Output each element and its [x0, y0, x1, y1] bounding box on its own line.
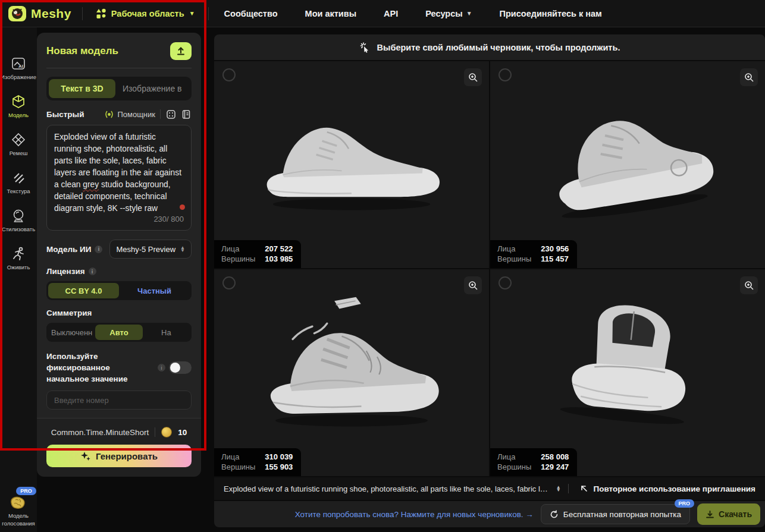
sidebar-item-label: Модель — [8, 112, 29, 119]
stylize-globe-icon — [11, 208, 26, 223]
ai-model-label: Модель ИИ — [46, 245, 91, 254]
reuse-prompt-button[interactable]: Повторное использование приглашения — [580, 484, 755, 493]
faces-label: Лица — [221, 452, 255, 461]
draft-instruction-bar: Выберите свой любимый черновик, чтобы пр… — [214, 34, 765, 60]
nav-my-assets[interactable]: Мои активы — [305, 9, 357, 18]
tab-image-to-3d[interactable]: Изображение в — [115, 79, 189, 98]
nav-resources[interactable]: Ресурсы▼ — [425, 9, 472, 18]
draft-select-radio[interactable] — [498, 68, 512, 81]
nav-community[interactable]: Сообщество — [224, 9, 278, 18]
new-model-panel: Новая модель Текст в 3D Изображение в Бы… — [37, 33, 201, 452]
assistant-label: Помощник — [117, 110, 155, 119]
vertices-value: 155 903 — [265, 462, 293, 471]
vertices-label: Вершины — [221, 254, 255, 263]
faces-label: Лица — [497, 452, 531, 461]
mesh-stats: Лица 310 039 Вершины 155 903 — [214, 448, 301, 476]
sparkle-icon — [80, 451, 91, 461]
sidebar-item-image[interactable]: AI Изображение — [0, 49, 37, 87]
divider — [46, 68, 192, 68]
generation-time-label: Common.Time.MinuteShort — [51, 428, 149, 437]
meshy-logo-text: Meshy — [31, 7, 71, 21]
sidebar-item-label: Изображение — [1, 74, 36, 81]
free-retry-button[interactable]: Бесплатная повторная попытка PRO — [541, 504, 690, 524]
faces-value: 310 039 — [265, 452, 293, 461]
panel-footer: Common.Time.MinuteShort 10 Генерировать — [37, 418, 201, 477]
download-button[interactable]: Скачать — [697, 503, 760, 525]
license-label: Лицензия — [46, 267, 85, 276]
nav-join-us[interactable]: Присоединяйтесь к нам — [500, 9, 602, 18]
retry-hint-link[interactable]: Хотите попробовать снова? Нажмите для но… — [295, 510, 534, 519]
generate-button[interactable]: Генерировать — [46, 445, 192, 467]
license-cc-option[interactable]: CC BY 4.0 — [48, 283, 119, 298]
zoom-in-button[interactable] — [740, 68, 758, 86]
voting-model-widget[interactable]: PRO Модель голосования — [0, 487, 37, 527]
draft-select-radio[interactable] — [222, 68, 236, 81]
symmetry-on-option[interactable]: На — [143, 325, 190, 340]
prompt-expand-icon[interactable]: ▲▼ — [556, 486, 561, 492]
license-private-option[interactable]: Частный — [119, 283, 190, 298]
zoom-in-button[interactable] — [464, 276, 482, 294]
tab-text-to-3d[interactable]: Текст в 3D — [49, 79, 115, 98]
draft-card-4[interactable]: Лица 258 008 Вершины 129 247 — [490, 269, 765, 476]
voting-model-label: голосования — [2, 521, 35, 527]
sidebar-item-animate[interactable]: Оживить — [0, 239, 37, 277]
symmetry-off-option[interactable]: Выключенн — [48, 325, 95, 340]
draft-select-radio[interactable] — [222, 276, 236, 289]
mesh-stats: Лица 258 008 Вершины 129 247 — [490, 448, 577, 476]
nav-links: Сообщество Мои активы API Ресурсы▼ Присо… — [224, 9, 602, 18]
draft-card-3[interactable]: Лица 310 039 Вершины 155 903 — [214, 269, 489, 476]
ai-model-value: Meshy-5 Preview — [116, 245, 175, 254]
nav-api[interactable]: API — [384, 9, 398, 18]
assistant-icon — [104, 110, 114, 119]
symmetry-auto-option[interactable]: Авто — [95, 325, 142, 340]
upload-icon — [176, 46, 186, 56]
seed-number-input[interactable] — [46, 391, 192, 410]
toggle-knob — [170, 363, 180, 373]
click-spark-icon — [359, 42, 371, 53]
prompt-library-icon[interactable] — [181, 109, 192, 119]
fixed-seed-label: Используйте фиксированное начальное знач… — [46, 351, 154, 385]
draft-card-2[interactable]: Лица 230 956 Вершины 115 457 — [490, 61, 765, 268]
meshy-logo[interactable]: Meshy — [0, 6, 82, 21]
upload-button[interactable] — [170, 42, 192, 60]
draft-select-radio[interactable] — [498, 276, 512, 289]
info-icon[interactable]: i — [89, 267, 96, 275]
zoom-in-button[interactable] — [464, 68, 482, 86]
fixed-seed-toggle[interactable] — [169, 361, 192, 374]
image-ai-icon: AI — [11, 56, 26, 71]
info-icon[interactable]: i — [158, 364, 165, 372]
ai-model-select[interactable]: Meshy-5 Preview ▲▼ — [109, 240, 192, 259]
sidebar-item-model[interactable]: Модель — [0, 87, 37, 125]
faces-value: 230 956 — [541, 244, 569, 253]
cube-icon — [11, 94, 26, 109]
sidebar-item-label: Стилизовать — [2, 226, 35, 233]
panel-title: Новая модель — [46, 45, 118, 57]
mode-tabs: Текст в 3D Изображение в — [46, 77, 192, 100]
workspace-label: Рабочая область — [111, 9, 184, 18]
sidebar-item-remesh[interactable]: Ремеш — [0, 125, 37, 163]
vertices-value: 129 247 — [541, 462, 569, 471]
assistant-toggle[interactable]: Помощник — [104, 110, 155, 119]
prompt-textarea[interactable]: Exploded view of a futuristic running sh… — [46, 125, 192, 231]
draft-card-1[interactable]: Лица 207 522 Вершины 103 985 — [214, 61, 489, 268]
download-icon — [706, 510, 714, 519]
faces-label: Лица — [497, 244, 531, 253]
info-icon[interactable]: i — [95, 245, 102, 253]
sidebar-item-texture[interactable]: Текстура — [0, 163, 37, 201]
spellcheck-dot-icon[interactable] — [180, 204, 185, 210]
draft-instruction-text: Выберите свой любимый черновик, чтобы пр… — [377, 43, 620, 52]
texture-icon — [11, 170, 26, 185]
vertices-label: Вершины — [497, 254, 531, 263]
workspace-menu[interactable]: Рабочая область ▼ — [83, 8, 208, 19]
sidebar-item-label: Оживить — [7, 265, 30, 271]
quality-mode-label[interactable]: Быстрый — [46, 110, 99, 119]
free-retry-label: Бесплатная повторная попытка — [563, 510, 681, 519]
shoe-render — [541, 297, 714, 433]
sidebar-item-stylize[interactable]: Стилизовать — [0, 201, 37, 239]
divider — [160, 109, 161, 119]
vertices-label: Вершины — [221, 462, 255, 471]
voting-model-label: Модель — [8, 513, 29, 520]
zoom-in-button[interactable] — [740, 276, 758, 294]
generate-label: Генерировать — [96, 451, 158, 461]
random-prompt-icon[interactable] — [165, 109, 176, 119]
